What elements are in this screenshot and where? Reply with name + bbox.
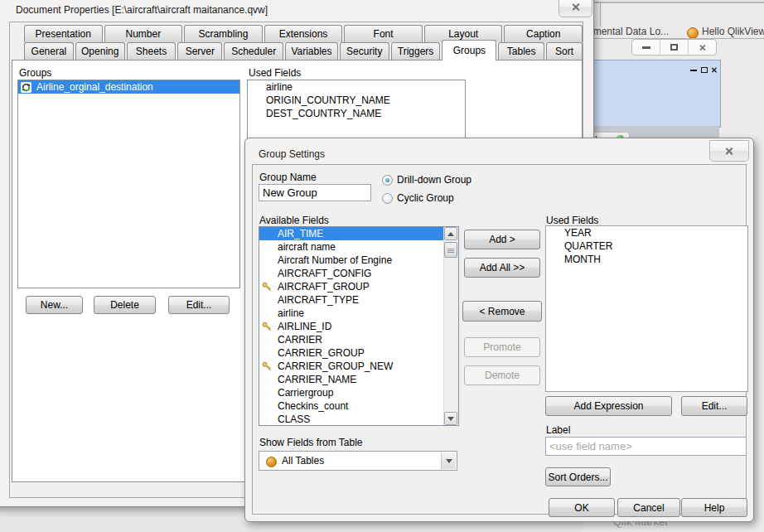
- edit-expression-button[interactable]: Edit...: [681, 396, 747, 416]
- close-button[interactable]: [709, 140, 749, 162]
- add-button[interactable]: Add >: [464, 230, 540, 249]
- tab-number[interactable]: Number: [104, 25, 183, 42]
- tab-sort[interactable]: Sort: [546, 42, 583, 60]
- groups-label: Groups: [19, 67, 51, 79]
- edit-button[interactable]: Edit...: [168, 296, 230, 314]
- remove-button[interactable]: < Remove: [462, 301, 542, 322]
- list-item[interactable]: YEAR: [546, 226, 747, 239]
- list-item[interactable]: ORIGIN_COUNTRY_NAME: [248, 94, 465, 107]
- cyclic-group-icon: [21, 82, 31, 96]
- new-button[interactable]: New...: [26, 296, 83, 314]
- field-label: AIRLINE_ID: [278, 321, 331, 332]
- label-input[interactable]: [545, 437, 747, 456]
- field-label: QUARTER: [564, 240, 612, 252]
- close-button[interactable]: [558, 0, 592, 17]
- list-item[interactable]: QUARTER: [546, 239, 747, 253]
- tab-opening[interactable]: Opening: [75, 42, 125, 60]
- show-fields-label: Show Fields from Table: [259, 437, 363, 448]
- add-expression-button[interactable]: Add Expression: [545, 396, 672, 416]
- tab-scheduler[interactable]: Scheduler: [224, 42, 283, 60]
- list-item[interactable]: Carriergroup: [259, 386, 444, 399]
- tab-variables[interactable]: Variables: [285, 42, 338, 60]
- dropdown-arrow-button[interactable]: [441, 452, 456, 469]
- list-item[interactable]: AIRCRAFT_TYPE: [259, 293, 444, 307]
- list-item[interactable]: CARRIER_NAME: [259, 373, 444, 386]
- list-item[interactable]: DEST_COUNTRY_NAME: [248, 107, 465, 120]
- list-item[interactable]: CLASS: [259, 413, 444, 426]
- qlikview-sheet-panel: [587, 60, 721, 128]
- group-name-input[interactable]: [259, 184, 371, 201]
- table-select-dropdown[interactable]: All Tables: [259, 451, 457, 471]
- scrollbar[interactable]: [443, 227, 458, 425]
- scroll-up-button[interactable]: [444, 227, 457, 240]
- groups-listbox[interactable]: Airline_orginal_destination: [17, 80, 240, 288]
- cyclic-radio-label[interactable]: Cyclic Group: [397, 192, 454, 204]
- button-label: Promote: [483, 341, 520, 353]
- sort-orders-button[interactable]: Sort Orders...: [545, 467, 611, 486]
- list-item[interactable]: CARRIER_GROUP: [259, 346, 444, 360]
- list-item[interactable]: airline: [248, 80, 465, 94]
- tab-row-2: General Opening Sheets Server Scheduler …: [24, 42, 584, 60]
- button-label: OK: [574, 502, 588, 514]
- tab-caption[interactable]: Caption: [504, 25, 583, 42]
- list-item[interactable]: CARRIER_GROUP_NEW: [259, 360, 444, 373]
- promote-button[interactable]: Promote: [464, 337, 540, 357]
- list-item[interactable]: Checkins_count: [259, 399, 444, 413]
- tab-extensions[interactable]: Extensions: [264, 25, 343, 42]
- list-item[interactable]: AIR_TIME: [259, 227, 444, 240]
- list-item[interactable]: Aircraft Number of Engine: [259, 254, 444, 267]
- tab-scrambling[interactable]: Scrambling: [184, 25, 263, 42]
- list-item[interactable]: CARRIER: [259, 333, 444, 346]
- list-item[interactable]: AIRCRAFT_CONFIG: [259, 267, 444, 280]
- table-icon: [266, 457, 277, 467]
- ok-button[interactable]: OK: [549, 498, 615, 517]
- minimize-button[interactable]: [632, 40, 660, 55]
- child-minimize-button[interactable]: [690, 70, 697, 71]
- scrollbar-thumb[interactable]: [444, 242, 457, 258]
- child-close-button[interactable]: [711, 67, 718, 74]
- drilldown-radio[interactable]: [382, 175, 393, 186]
- arrow-up-icon: [447, 232, 454, 236]
- help-button[interactable]: Help: [681, 498, 747, 517]
- tab-groups[interactable]: Groups: [442, 40, 496, 60]
- tab-label: Sheets: [136, 46, 167, 57]
- cyclic-radio[interactable]: [382, 193, 393, 204]
- list-item[interactable]: Airline_orginal_destination: [18, 80, 239, 94]
- tab-server[interactable]: Server: [177, 42, 222, 60]
- cancel-button[interactable]: Cancel: [617, 498, 680, 517]
- browser-tab-hello[interactable]: Hello QlikView: [702, 26, 764, 37]
- field-label: Carriergroup: [278, 387, 333, 399]
- available-fields-listbox[interactable]: AIR_TIME aircraft name Aircraft Number o…: [259, 226, 459, 426]
- field-label: CARRIER_GROUP_NEW: [278, 360, 393, 372]
- scroll-down-button[interactable]: [444, 412, 457, 425]
- list-item[interactable]: MONTH: [546, 253, 747, 266]
- tab-sheets[interactable]: Sheets: [127, 42, 176, 60]
- field-label: YEAR: [564, 227, 592, 239]
- field-label: AIR_TIME: [278, 228, 323, 239]
- button-label: Edit...: [702, 400, 728, 412]
- add-all-button[interactable]: Add All >>: [464, 258, 540, 278]
- browser-tab-partial[interactable]: remental Data Lo...: [584, 26, 669, 37]
- dialog-body: Group Name Drill-down Group Cyclic Group…: [252, 164, 747, 515]
- tab-triggers[interactable]: Triggers: [391, 42, 441, 60]
- demote-button[interactable]: Demote: [464, 365, 540, 385]
- list-item[interactable]: AIRLINE_ID: [259, 320, 444, 333]
- list-item[interactable]: aircraft name: [259, 240, 444, 254]
- child-restore-button[interactable]: [701, 67, 708, 73]
- drilldown-radio-label[interactable]: Drill-down Group: [397, 174, 471, 186]
- used-fields-listbox[interactable]: YEAR QUARTER MONTH: [545, 225, 748, 392]
- tab-security[interactable]: Security: [340, 42, 389, 60]
- tab-presentation[interactable]: Presentation: [24, 25, 103, 42]
- restore-button[interactable]: [660, 40, 689, 55]
- delete-button[interactable]: Delete: [94, 296, 156, 314]
- child-close-icon: [711, 67, 718, 74]
- tab-font[interactable]: Font: [344, 25, 423, 42]
- tab-tables[interactable]: Tables: [498, 42, 544, 60]
- tab-general[interactable]: General: [24, 42, 74, 60]
- tab-label: Server: [186, 46, 215, 57]
- button-label: New...: [41, 299, 68, 311]
- list-item[interactable]: AIRCRAFT_GROUP: [259, 280, 444, 293]
- list-item[interactable]: airline: [259, 307, 444, 320]
- close-button[interactable]: [689, 40, 716, 55]
- tab-label: Scheduler: [231, 46, 276, 57]
